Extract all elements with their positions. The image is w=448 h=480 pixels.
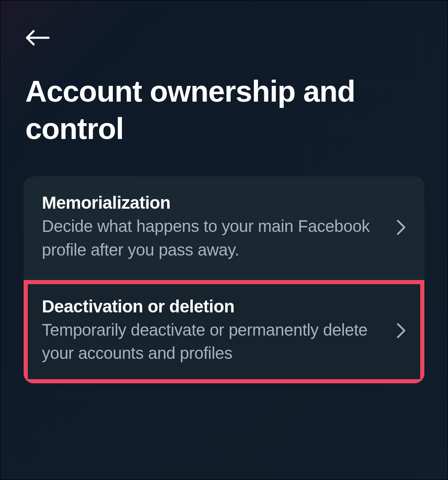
settings-item-deactivation[interactable]: Deactivation or deletion Temporarily dea…	[24, 280, 424, 384]
settings-screen: Account ownership and control Memorializ…	[0, 0, 448, 480]
settings-item-description: Temporarily deactivate or permanently de…	[42, 318, 384, 365]
page-title: Account ownership and control	[0, 48, 448, 147]
settings-item-description: Decide what happens to your main Faceboo…	[42, 214, 384, 262]
settings-item-content: Deactivation or deletion Temporarily dea…	[42, 297, 396, 365]
chevron-right-icon	[396, 322, 406, 339]
settings-list: Memorialization Decide what happens to y…	[24, 176, 424, 383]
arrow-left-icon	[25, 40, 50, 47]
settings-item-title: Memorialization	[42, 193, 384, 213]
back-button[interactable]	[0, 0, 50, 48]
chevron-right-icon	[396, 219, 406, 236]
settings-item-memorialization[interactable]: Memorialization Decide what happens to y…	[24, 176, 424, 280]
settings-item-title: Deactivation or deletion	[42, 297, 384, 317]
settings-item-content: Memorialization Decide what happens to y…	[42, 193, 396, 262]
